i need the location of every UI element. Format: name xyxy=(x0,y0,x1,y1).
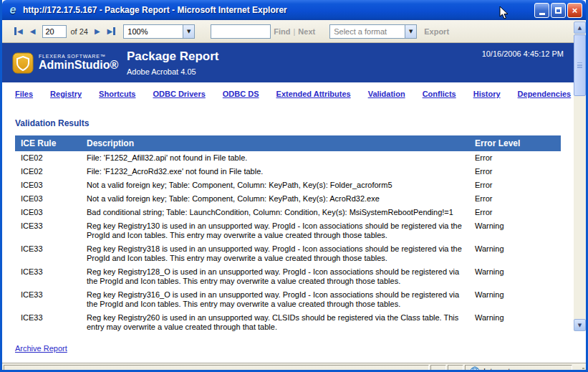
cell-error-level: Error xyxy=(469,192,561,206)
report-page: FLEXERA SOFTWARE™ AdminStudio® Package R… xyxy=(2,43,574,363)
scrollbar-thumb[interactable] xyxy=(574,34,586,96)
table-row: ICE03Not a valid foreign key; Table: Com… xyxy=(15,192,561,206)
cell-error-level: Error xyxy=(469,206,561,219)
minimize-button[interactable] xyxy=(534,3,549,18)
brand-top-label: FLEXERA SOFTWARE™ xyxy=(39,54,118,59)
status-panel xyxy=(430,365,446,372)
status-bar: Internet xyxy=(2,363,586,372)
find-input[interactable] xyxy=(211,24,271,39)
last-page-button[interactable]: ▶ xyxy=(105,26,118,37)
cell-description: Not a valid foreign key; Table: Componen… xyxy=(81,192,469,206)
maximize-icon xyxy=(555,7,562,14)
security-zone-panel: Internet xyxy=(465,365,572,372)
report-timestamp: 10/16/2006 4:45:12 PM xyxy=(482,43,564,58)
find-button[interactable]: Find xyxy=(274,27,290,36)
nav-link-files[interactable]: Files xyxy=(15,90,33,98)
export-format-select[interactable]: Select a format ▼ xyxy=(329,24,417,39)
page-count-label: of 24 xyxy=(70,27,87,36)
browser-client-area: ◀ ◀ of 24 ▶ ▶ 100% ▼ Find | Next Select … xyxy=(2,20,586,363)
nav-link-history[interactable]: History xyxy=(473,90,501,98)
report-toolbar: ◀ ◀ of 24 ▶ ▶ 100% ▼ Find | Next Select … xyxy=(2,20,586,43)
section-title: Validation Results xyxy=(15,118,561,128)
table-row: ICE33Reg key Registry128_O is used in an… xyxy=(15,265,561,288)
table-row: ICE33Reg key Registry260 is used in an u… xyxy=(15,311,561,334)
cell-ice-rule: ICE02 xyxy=(15,151,81,165)
zoom-value: 100% xyxy=(124,25,183,38)
header-ice-rule: ICE Rule xyxy=(15,135,81,151)
report-title: Package Report xyxy=(127,49,482,64)
cell-ice-rule: ICE33 xyxy=(15,265,81,288)
cell-description: Not a valid foreign key; Table: Componen… xyxy=(81,178,469,192)
validation-table-body: ICE02File: 'F1252_Afill32.api' not found… xyxy=(15,151,561,334)
nav-bar: FilesRegistryShortcutsODBC DriversODBC D… xyxy=(2,82,574,101)
scroll-up-button[interactable]: ▲ xyxy=(574,22,586,34)
close-icon: × xyxy=(572,6,578,15)
nav-link-extended-attributes[interactable]: Extended Attributes xyxy=(276,90,351,98)
cell-ice-rule: ICE33 xyxy=(15,219,81,242)
cell-ice-rule: ICE33 xyxy=(15,242,81,265)
table-row: ICE02File: 'F1232_AcroRd32.exe' not foun… xyxy=(15,165,561,178)
chevron-down-icon[interactable]: ▼ xyxy=(183,25,194,38)
cell-ice-rule: ICE33 xyxy=(15,311,81,334)
close-button[interactable]: × xyxy=(567,3,582,18)
nav-link-registry[interactable]: Registry xyxy=(50,90,82,98)
cell-error-level: Error xyxy=(469,151,561,165)
report-header: FLEXERA SOFTWARE™ AdminStudio® Package R… xyxy=(2,43,574,82)
ie-icon[interactable]: e xyxy=(6,4,19,16)
zone-label: Internet xyxy=(483,367,510,372)
export-button[interactable]: Export xyxy=(424,27,449,36)
table-row: ICE33Reg key Registry130 is used in an u… xyxy=(15,219,561,242)
cell-description: File: 'F1232_AcroRd32.exe' not found in … xyxy=(81,165,469,178)
cell-error-level: Error xyxy=(469,178,561,192)
header-error-level: Error Level xyxy=(469,135,561,151)
find-next-button[interactable]: Next xyxy=(298,27,315,36)
globe-icon xyxy=(470,366,480,372)
archive-report-link[interactable]: Archive Report xyxy=(15,344,67,353)
cell-error-level: Warning xyxy=(469,311,561,334)
cell-description: Reg key Registry130 is used in an unsupp… xyxy=(81,219,469,242)
cell-ice-rule: ICE03 xyxy=(15,192,81,206)
cell-description: Reg key Registry316_O is used in an unsu… xyxy=(81,288,469,311)
nav-link-odbc-drivers[interactable]: ODBC Drivers xyxy=(153,90,205,98)
scroll-down-button[interactable]: ▼ xyxy=(574,319,586,331)
cell-error-level: Warning xyxy=(469,265,561,288)
nav-link-validation[interactable]: Validation xyxy=(368,90,405,98)
resize-grip[interactable] xyxy=(574,365,586,372)
export-format-value: Select a format xyxy=(330,25,405,38)
table-row: ICE03Not a valid foreign key; Table: Com… xyxy=(15,178,561,192)
status-message-panel xyxy=(4,365,429,372)
zoom-select[interactable]: 100% ▼ xyxy=(123,24,195,39)
cell-description: Reg key Registry260 is used in an unsupp… xyxy=(81,311,469,334)
nav-link-shortcuts[interactable]: Shortcuts xyxy=(99,90,135,98)
nav-link-odbc-ds[interactable]: ODBC DS xyxy=(223,90,259,98)
table-row: ICE33Reg key Registry316_O is used in an… xyxy=(15,288,561,311)
next-page-button[interactable]: ▶ xyxy=(92,26,102,37)
previous-page-button[interactable]: ◀ xyxy=(28,26,38,37)
page-number-input[interactable] xyxy=(42,25,67,38)
title-bar: e http://172.17.5.167 - Package Report -… xyxy=(2,0,586,20)
status-panel xyxy=(448,365,463,372)
vertical-scrollbar[interactable]: ▲ ▼ xyxy=(574,22,586,331)
minimize-icon xyxy=(539,13,545,15)
cell-description: Bad conditional string; Table: LaunchCon… xyxy=(81,206,469,219)
cell-ice-rule: ICE03 xyxy=(15,178,81,192)
cell-error-level: Warning xyxy=(469,219,561,242)
table-header-row: ICE Rule Description Error Level xyxy=(15,135,561,151)
cell-error-level: Warning xyxy=(469,288,561,311)
maximize-button[interactable] xyxy=(551,3,566,18)
browser-window: e http://172.17.5.167 - Package Report -… xyxy=(0,0,588,372)
table-row: ICE33Reg key Registry318 is used in an u… xyxy=(15,242,561,265)
first-page-button[interactable]: ◀ xyxy=(12,26,25,37)
resize-grip-icon xyxy=(576,368,585,372)
cell-description: File: 'F1252_Afill32.api' not found in F… xyxy=(81,151,469,165)
cell-ice-rule: ICE02 xyxy=(15,165,81,178)
window-title: http://172.17.5.167 - Package Report - M… xyxy=(23,5,534,15)
cell-ice-rule: ICE03 xyxy=(15,206,81,219)
cell-ice-rule: ICE33 xyxy=(15,288,81,311)
nav-link-conflicts[interactable]: Conflicts xyxy=(423,90,456,98)
chevron-down-icon[interactable]: ▼ xyxy=(405,25,416,38)
scrollbar-track[interactable] xyxy=(574,34,586,319)
validation-results-table: ICE Rule Description Error Level ICE02Fi… xyxy=(15,135,561,334)
nav-link-dependencies[interactable]: Dependencies xyxy=(518,90,572,98)
cell-description: Reg key Registry128_O is used in an unsu… xyxy=(81,265,469,288)
